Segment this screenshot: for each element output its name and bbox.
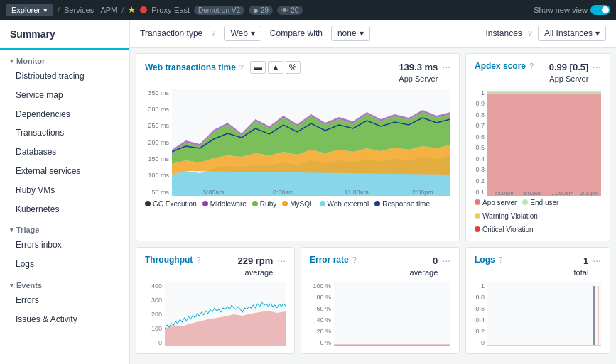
- area-chart-icon[interactable]: ▲: [268, 61, 283, 74]
- web-chart-help[interactable]: ?: [239, 63, 244, 72]
- sidebar-section-monitor[interactable]: ▾ Monitor: [0, 53, 129, 67]
- er-y-60: 60 %: [310, 305, 331, 312]
- apdex-y-01: 0.1: [475, 189, 485, 196]
- status-dot: [140, 6, 147, 13]
- throughput-menu[interactable]: ···: [277, 255, 286, 266]
- events-chevron: ▾: [10, 282, 13, 289]
- count-icon1: ◆: [253, 6, 259, 14]
- logs-value: 1 total: [574, 255, 589, 279]
- apdex-y-05: 0.5: [475, 144, 485, 151]
- y-label-250: 250 ms: [145, 122, 169, 129]
- error-rate-menu[interactable]: ···: [442, 255, 450, 266]
- logs-help[interactable]: ?: [499, 255, 503, 264]
- er-y-80: 80 %: [310, 294, 331, 301]
- tp-y-200: 200: [145, 311, 162, 318]
- sep2: /: [121, 6, 124, 14]
- bar-chart-icon[interactable]: ▬: [250, 61, 266, 74]
- sidebar-item-ruby-vms[interactable]: Ruby VMs: [0, 181, 129, 200]
- apdex-subtitle: App Server: [549, 74, 589, 84]
- svg-text:2:00pm: 2:00pm: [412, 188, 433, 195]
- legend-ruby-label: Ruby: [260, 200, 276, 208]
- apdex-help-icon[interactable]: ?: [529, 62, 534, 70]
- error-rate-value: 0 average: [410, 255, 438, 279]
- instances-help-icon[interactable]: ?: [528, 29, 532, 38]
- sidebar: Summary ▾ Monitor Distributed tracing Se…: [0, 20, 130, 364]
- apdex-svg: 5:00am 8:00am 11:00am 2:00pm: [487, 89, 601, 196]
- sidebar-item-kubernetes[interactable]: Kubernetes: [0, 200, 129, 219]
- show-new-view-toggle[interactable]: Show new view: [534, 5, 610, 15]
- explorer-label: Explorer: [11, 6, 40, 14]
- explorer-dropdown[interactable]: Explorer ▾: [6, 4, 53, 16]
- sidebar-item-errors-inbox[interactable]: Errors inbox: [0, 236, 129, 255]
- logs-y-0: 0: [475, 339, 485, 346]
- sidebar-section-events[interactable]: ▾ Events: [0, 277, 129, 291]
- version-label: Demotron V2: [198, 6, 240, 14]
- apdex-y-07: 0.7: [475, 122, 485, 129]
- legend-app-server-dot: [475, 199, 480, 205]
- legend-web-external-label: Web external: [328, 200, 369, 208]
- apdex-main-val: 0.99 [0.5]: [549, 61, 589, 74]
- sidebar-item-transactions[interactable]: Transactions: [0, 123, 129, 143]
- sidebar-item-databases[interactable]: Databases: [0, 143, 129, 162]
- web-chart-title: Web transactions time: [145, 62, 236, 72]
- apdex-y-03: 0.3: [475, 166, 485, 173]
- logs-y-1: 1: [475, 282, 485, 289]
- legend-mysql: MySQL: [282, 200, 313, 208]
- legend-gc-label: GC Execution: [153, 200, 197, 208]
- er-y-40: 40 %: [310, 316, 331, 324]
- instances-select[interactable]: All Instances ▾: [538, 26, 606, 41]
- logs-y-02: 0.2: [475, 328, 485, 335]
- services-link[interactable]: Services - APM: [64, 6, 117, 14]
- version-badge: Demotron V2: [194, 6, 244, 15]
- legend-mysql-label: MySQL: [290, 200, 313, 208]
- monitor-label: Monitor: [16, 57, 45, 65]
- star-icon[interactable]: ★: [128, 5, 136, 15]
- instances-right: Instances ? All Instances ▾: [485, 26, 606, 41]
- throughput-main-val: 229 rpm: [237, 255, 273, 268]
- legend-critical-label: Critical Violation: [482, 226, 534, 233]
- throughput-title: Throughput: [145, 255, 193, 265]
- y-label-150: 150 ms: [145, 155, 169, 162]
- sidebar-summary[interactable]: Summary: [0, 20, 129, 50]
- logs-menu[interactable]: ···: [593, 255, 601, 266]
- proxy-link[interactable]: Proxy-East: [151, 6, 190, 14]
- compare-with-select[interactable]: none ▾: [331, 26, 370, 41]
- sidebar-item-service-map[interactable]: Service map: [0, 86, 129, 105]
- legend-web-external-dot: [320, 201, 325, 206]
- svg-rect-10: [487, 92, 601, 196]
- logs-svg: [487, 282, 601, 346]
- sidebar-item-issues-activity[interactable]: Issues & Activity: [0, 310, 129, 329]
- apdex-y-02: 0.2: [475, 177, 485, 184]
- error-rate-main-val: 0: [410, 255, 438, 268]
- web-chart-menu[interactable]: ···: [442, 61, 450, 72]
- sidebar-item-dependencies[interactable]: Dependencies: [0, 105, 129, 124]
- txn-type-select[interactable]: Web ▾: [224, 26, 261, 41]
- error-rate-help[interactable]: ?: [352, 255, 357, 264]
- triage-chevron: ▾: [10, 226, 13, 233]
- toggle-switch[interactable]: [590, 5, 610, 15]
- triage-label: Triage: [16, 226, 39, 234]
- compare-with-label: Compare with: [270, 28, 323, 38]
- sidebar-item-logs[interactable]: Logs: [0, 255, 129, 274]
- legend-app-server: App server: [475, 199, 517, 206]
- sidebar-item-external-services[interactable]: External services: [0, 162, 129, 181]
- throughput-help[interactable]: ?: [196, 255, 200, 264]
- count-icon2: 👁: [281, 6, 288, 14]
- y-label-50: 50 ms: [145, 189, 169, 196]
- tp-y-400: 400: [145, 282, 162, 289]
- percent-chart-icon[interactable]: %: [286, 61, 301, 74]
- apdex-chart: Apdex score ? 0.99 [0.5] App Server ···: [465, 53, 610, 241]
- legend-warning: Warning Violation: [475, 212, 538, 220]
- sidebar-section-triage[interactable]: ▾ Triage: [0, 221, 129, 236]
- throughput-svg: [165, 282, 286, 346]
- sep1: /: [58, 6, 60, 14]
- apdex-menu[interactable]: ···: [593, 61, 601, 72]
- svg-rect-22: [593, 286, 595, 345]
- web-chart-value: 139.3 ms App Server: [399, 61, 438, 85]
- apdex-chart-value: 0.99 [0.5] App Server: [549, 61, 589, 85]
- sidebar-item-errors[interactable]: Errors: [0, 291, 129, 310]
- apdex-chart-title: Apdex score: [475, 61, 526, 71]
- legend-middleware-dot: [202, 201, 208, 206]
- txn-type-help-icon[interactable]: ?: [211, 29, 215, 38]
- sidebar-item-distributed-tracing[interactable]: Distributed tracing: [0, 67, 129, 86]
